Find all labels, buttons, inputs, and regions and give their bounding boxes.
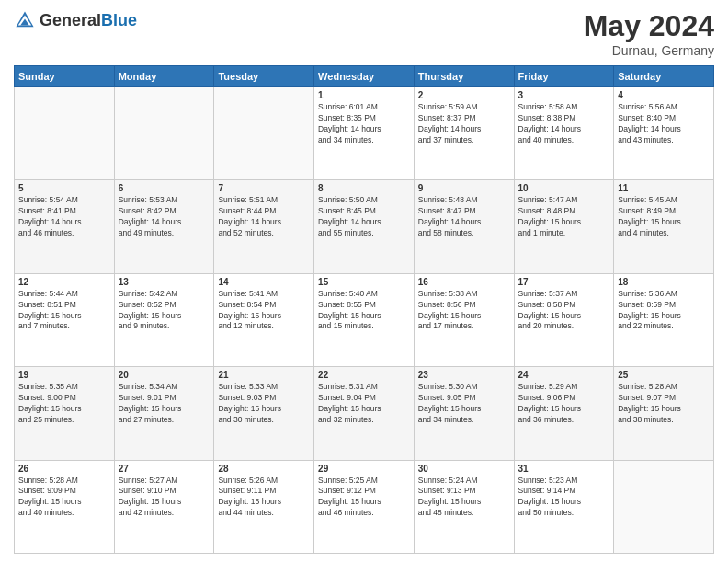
- calendar-cell-w2-d3: 8Sunrise: 5:50 AMSunset: 8:45 PMDaylight…: [314, 180, 415, 273]
- day-info: Sunrise: 5:48 AMSunset: 8:47 PMDaylight:…: [418, 195, 510, 239]
- calendar-cell-w3-d3: 15Sunrise: 5:40 AMSunset: 8:55 PMDayligh…: [314, 273, 415, 366]
- calendar-header-row: Sunday Monday Tuesday Wednesday Thursday…: [15, 66, 714, 87]
- day-number: 9: [418, 183, 510, 193]
- day-info: Sunrise: 5:56 AMSunset: 8:40 PMDaylight:…: [618, 102, 710, 146]
- day-number: 14: [218, 277, 310, 287]
- col-wednesday: Wednesday: [314, 66, 415, 87]
- day-info: Sunrise: 5:45 AMSunset: 8:49 PMDaylight:…: [618, 195, 710, 239]
- calendar-cell-w3-d2: 14Sunrise: 5:41 AMSunset: 8:54 PMDayligh…: [214, 273, 314, 366]
- logo-blue: Blue: [101, 11, 137, 29]
- day-number: 19: [18, 370, 110, 380]
- day-number: 29: [318, 464, 410, 474]
- day-number: 20: [119, 370, 210, 380]
- calendar-cell-w5-d5: 31Sunrise: 5:23 AMSunset: 9:14 PMDayligh…: [514, 460, 614, 553]
- day-info: Sunrise: 5:26 AMSunset: 9:11 PMDaylight:…: [218, 476, 310, 520]
- calendar-cell-w4-d5: 24Sunrise: 5:29 AMSunset: 9:06 PMDayligh…: [514, 367, 614, 460]
- day-info: Sunrise: 5:29 AMSunset: 9:06 PMDaylight:…: [518, 382, 610, 426]
- day-number: 22: [318, 370, 410, 380]
- week-row-5: 26Sunrise: 5:28 AMSunset: 9:09 PMDayligh…: [15, 460, 714, 553]
- day-number: 24: [518, 370, 610, 380]
- calendar-cell-w5-d2: 28Sunrise: 5:26 AMSunset: 9:11 PMDayligh…: [214, 460, 314, 553]
- logo-text: GeneralBlue: [40, 11, 137, 30]
- calendar-cell-w4-d1: 20Sunrise: 5:34 AMSunset: 9:01 PMDayligh…: [114, 367, 214, 460]
- day-info: Sunrise: 5:33 AMSunset: 9:03 PMDaylight:…: [218, 382, 310, 426]
- day-info: Sunrise: 5:42 AMSunset: 8:52 PMDaylight:…: [119, 289, 210, 333]
- calendar-cell-w4-d2: 21Sunrise: 5:33 AMSunset: 9:03 PMDayligh…: [214, 367, 314, 460]
- calendar-cell-w2-d2: 7Sunrise: 5:51 AMSunset: 8:44 PMDaylight…: [214, 180, 314, 273]
- calendar-cell-w5-d3: 29Sunrise: 5:25 AMSunset: 9:12 PMDayligh…: [314, 460, 415, 553]
- calendar-cell-w2-d4: 9Sunrise: 5:48 AMSunset: 8:47 PMDaylight…: [414, 180, 514, 273]
- calendar-cell-w2-d5: 10Sunrise: 5:47 AMSunset: 8:48 PMDayligh…: [514, 180, 614, 273]
- day-number: 25: [618, 370, 710, 380]
- calendar-cell-w4-d3: 22Sunrise: 5:31 AMSunset: 9:04 PMDayligh…: [314, 367, 415, 460]
- day-number: 28: [218, 464, 310, 474]
- calendar-cell-w1-d4: 2Sunrise: 5:59 AMSunset: 8:37 PMDaylight…: [414, 87, 514, 180]
- col-monday: Monday: [114, 66, 214, 87]
- calendar-cell-w5-d4: 30Sunrise: 5:24 AMSunset: 9:13 PMDayligh…: [414, 460, 514, 553]
- week-row-3: 12Sunrise: 5:44 AMSunset: 8:51 PMDayligh…: [15, 273, 714, 366]
- day-number: 18: [618, 277, 710, 287]
- day-info: Sunrise: 5:36 AMSunset: 8:59 PMDaylight:…: [618, 289, 710, 333]
- title-block: May 2024 Durnau, Germany: [584, 9, 714, 58]
- page: GeneralBlue May 2024 Durnau, Germany Sun…: [0, 0, 728, 563]
- day-info: Sunrise: 5:30 AMSunset: 9:05 PMDaylight:…: [418, 382, 510, 426]
- calendar-cell-w3-d1: 13Sunrise: 5:42 AMSunset: 8:52 PMDayligh…: [114, 273, 214, 366]
- day-number: 10: [518, 183, 610, 193]
- day-number: 31: [518, 464, 610, 474]
- day-number: 3: [518, 90, 610, 100]
- day-info: Sunrise: 5:51 AMSunset: 8:44 PMDaylight:…: [218, 195, 310, 239]
- day-info: Sunrise: 5:34 AMSunset: 9:01 PMDaylight:…: [119, 382, 210, 426]
- day-info: Sunrise: 5:28 AMSunset: 9:09 PMDaylight:…: [18, 476, 110, 520]
- week-row-1: 1Sunrise: 6:01 AMSunset: 8:35 PMDaylight…: [15, 87, 714, 180]
- day-info: Sunrise: 5:50 AMSunset: 8:45 PMDaylight:…: [318, 195, 410, 239]
- day-number: 12: [18, 277, 110, 287]
- calendar-cell-w5-d1: 27Sunrise: 5:27 AMSunset: 9:10 PMDayligh…: [114, 460, 214, 553]
- day-number: 16: [418, 277, 510, 287]
- day-number: 30: [418, 464, 510, 474]
- day-number: 5: [18, 183, 110, 193]
- logo: GeneralBlue: [14, 9, 137, 31]
- calendar-cell-w4-d0: 19Sunrise: 5:35 AMSunset: 9:00 PMDayligh…: [15, 367, 115, 460]
- day-number: 1: [318, 90, 410, 100]
- calendar-cell-w2-d6: 11Sunrise: 5:45 AMSunset: 8:49 PMDayligh…: [614, 180, 714, 273]
- calendar-cell-w1-d1: [114, 87, 214, 180]
- week-row-4: 19Sunrise: 5:35 AMSunset: 9:00 PMDayligh…: [15, 367, 714, 460]
- calendar-cell-w1-d2: [214, 87, 314, 180]
- week-row-2: 5Sunrise: 5:54 AMSunset: 8:41 PMDaylight…: [15, 180, 714, 273]
- logo-general: General: [40, 11, 101, 29]
- day-info: Sunrise: 5:41 AMSunset: 8:54 PMDaylight:…: [218, 289, 310, 333]
- month-title: May 2024: [584, 9, 714, 43]
- day-info: Sunrise: 5:38 AMSunset: 8:56 PMDaylight:…: [418, 289, 510, 333]
- day-number: 23: [418, 370, 510, 380]
- header: GeneralBlue May 2024 Durnau, Germany: [14, 9, 714, 58]
- day-number: 7: [218, 183, 310, 193]
- calendar-cell-w1-d3: 1Sunrise: 6:01 AMSunset: 8:35 PMDaylight…: [314, 87, 415, 180]
- col-friday: Friday: [514, 66, 614, 87]
- day-info: Sunrise: 5:27 AMSunset: 9:10 PMDaylight:…: [119, 476, 210, 520]
- day-info: Sunrise: 5:44 AMSunset: 8:51 PMDaylight:…: [18, 289, 110, 333]
- col-thursday: Thursday: [414, 66, 514, 87]
- calendar-cell-w3-d5: 17Sunrise: 5:37 AMSunset: 8:58 PMDayligh…: [514, 273, 614, 366]
- calendar-table: Sunday Monday Tuesday Wednesday Thursday…: [14, 65, 714, 554]
- day-info: Sunrise: 5:28 AMSunset: 9:07 PMDaylight:…: [618, 382, 710, 426]
- col-sunday: Sunday: [15, 66, 115, 87]
- calendar-cell-w5-d6: [614, 460, 714, 553]
- calendar-cell-w3-d6: 18Sunrise: 5:36 AMSunset: 8:59 PMDayligh…: [614, 273, 714, 366]
- day-number: 13: [119, 277, 210, 287]
- calendar-cell-w2-d1: 6Sunrise: 5:53 AMSunset: 8:42 PMDaylight…: [114, 180, 214, 273]
- day-info: Sunrise: 5:59 AMSunset: 8:37 PMDaylight:…: [418, 102, 510, 146]
- day-number: 2: [418, 90, 510, 100]
- day-number: 27: [119, 464, 210, 474]
- day-info: Sunrise: 5:35 AMSunset: 9:00 PMDaylight:…: [18, 382, 110, 426]
- calendar-cell-w1-d6: 4Sunrise: 5:56 AMSunset: 8:40 PMDaylight…: [614, 87, 714, 180]
- day-number: 8: [318, 183, 410, 193]
- day-number: 6: [119, 183, 210, 193]
- calendar-cell-w1-d0: [15, 87, 115, 180]
- day-number: 17: [518, 277, 610, 287]
- day-number: 4: [618, 90, 710, 100]
- day-number: 21: [218, 370, 310, 380]
- day-info: Sunrise: 5:53 AMSunset: 8:42 PMDaylight:…: [119, 195, 210, 239]
- day-number: 11: [618, 183, 710, 193]
- day-info: Sunrise: 5:47 AMSunset: 8:48 PMDaylight:…: [518, 195, 610, 239]
- day-number: 26: [18, 464, 110, 474]
